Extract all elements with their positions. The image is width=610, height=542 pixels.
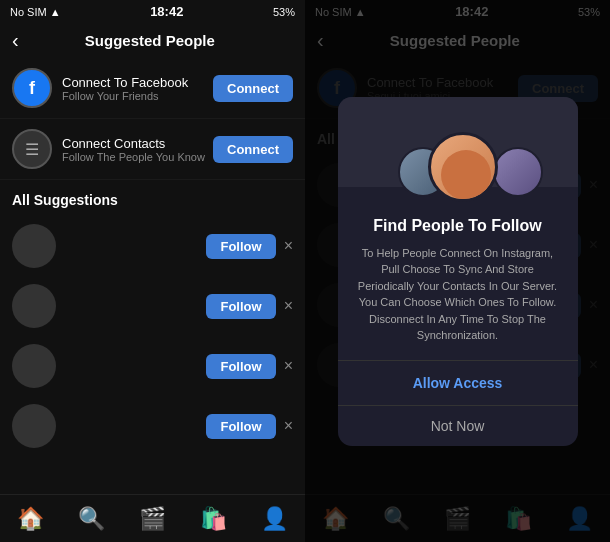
nav-reels-icon[interactable]: 🎬 [133, 499, 173, 539]
connect-contacts-title: Connect Contacts [62, 136, 213, 151]
allow-access-button[interactable]: Allow Access [338, 361, 578, 405]
table-row: Follow × [0, 396, 305, 456]
connect-facebook-button[interactable]: Connect [213, 75, 293, 102]
dismiss-button-3[interactable]: × [284, 357, 293, 375]
left-back-button[interactable]: ‹ [12, 29, 19, 52]
avatar [12, 284, 56, 328]
modal-content: Find People To Follow To Help People Con… [338, 187, 578, 344]
facebook-icon: f [12, 68, 52, 108]
connect-contacts-item: ☰ Connect Contacts Follow The People You… [0, 119, 305, 180]
not-now-button[interactable]: Not Now [338, 405, 578, 446]
left-status-left: No SIM ▲ [10, 6, 61, 18]
left-signal-icon: ▲ [50, 6, 61, 18]
modal-avatar-right [493, 147, 543, 197]
avatar [12, 224, 56, 268]
nav-home-icon[interactable]: 🏠 [11, 499, 51, 539]
dismiss-button-4[interactable]: × [284, 417, 293, 435]
connect-facebook-text: Connect To Facebook Follow Your Friends [62, 75, 213, 102]
connect-contacts-subtitle: Follow The People You Know [62, 151, 213, 163]
connect-contacts-text: Connect Contacts Follow The People You K… [62, 136, 213, 163]
nav-search-icon[interactable]: 🔍 [72, 499, 112, 539]
left-panel: No SIM ▲ 18:42 53% ‹ Suggested People f … [0, 0, 305, 542]
connect-facebook-item: f Connect To Facebook Follow Your Friend… [0, 58, 305, 119]
contacts-icon: ☰ [12, 129, 52, 169]
modal-title: Find People To Follow [354, 217, 562, 235]
nav-profile-icon[interactable]: 👤 [255, 499, 295, 539]
left-time: 18:42 [150, 4, 183, 19]
table-row: Follow × [0, 336, 305, 396]
avatar [12, 344, 56, 388]
left-section-title: All Suggestions [0, 180, 305, 216]
connect-contacts-button[interactable]: Connect [213, 136, 293, 163]
modal-body: To Help People Connect On Instagram, Pul… [354, 245, 562, 344]
table-row: Follow × [0, 276, 305, 336]
avatar [12, 404, 56, 448]
dismiss-button-1[interactable]: × [284, 237, 293, 255]
modal-overlay: Find People To Follow To Help People Con… [305, 0, 610, 542]
left-status-bar: No SIM ▲ 18:42 53% [0, 0, 305, 23]
connect-facebook-subtitle: Follow Your Friends [62, 90, 213, 102]
left-bottom-nav: 🏠 🔍 🎬 🛍️ 👤 [0, 494, 305, 542]
follow-button-1[interactable]: Follow [206, 234, 275, 259]
find-people-modal: Find People To Follow To Help People Con… [338, 97, 578, 446]
left-header: ‹ Suggested People [0, 23, 305, 58]
nav-shop-icon[interactable]: 🛍️ [194, 499, 234, 539]
modal-images [338, 97, 578, 187]
left-carrier: No SIM [10, 6, 47, 18]
connect-facebook-title: Connect To Facebook [62, 75, 213, 90]
right-panel: No SIM ▲ 18:42 53% ‹ Suggested People f … [305, 0, 610, 542]
follow-button-2[interactable]: Follow [206, 294, 275, 319]
left-status-right: 53% [273, 6, 295, 18]
left-battery: 53% [273, 6, 295, 18]
follow-button-4[interactable]: Follow [206, 414, 275, 439]
modal-avatar-main [428, 132, 498, 202]
table-row: Follow × [0, 216, 305, 276]
dismiss-button-2[interactable]: × [284, 297, 293, 315]
follow-button-3[interactable]: Follow [206, 354, 275, 379]
left-page-title: Suggested People [27, 32, 273, 49]
